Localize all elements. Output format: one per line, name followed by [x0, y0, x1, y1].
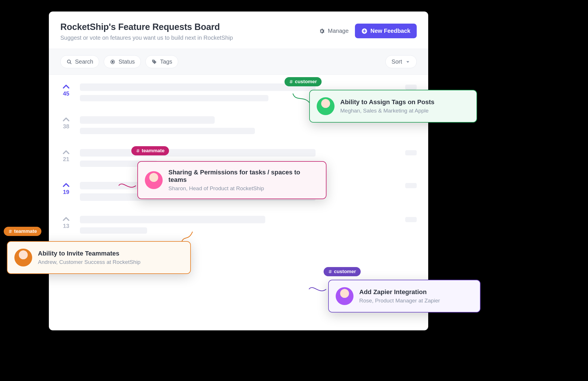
- callout-subtitle: Andrew, Customer Success at RocketShip: [38, 259, 141, 265]
- sort-button[interactable]: Sort: [385, 55, 417, 68]
- avatar: [14, 249, 32, 266]
- new-feedback-label: New Feedback: [370, 28, 410, 34]
- placeholder-chip: [405, 183, 417, 188]
- tag-label: teammate: [14, 228, 37, 234]
- tag-label: teammate: [142, 148, 164, 154]
- tag-label: customer: [295, 79, 317, 85]
- svg-point-3: [112, 61, 114, 62]
- vote-count: 13: [63, 223, 69, 229]
- tag-badge-teammate: teammate: [4, 227, 41, 236]
- vote-count: 19: [63, 189, 69, 195]
- callout-card: Add Zapier Integration Rose, Product Man…: [328, 280, 481, 313]
- sort-label: Sort: [391, 58, 402, 65]
- callout-card: Ability to Invite Teammates Andrew, Cust…: [7, 241, 191, 274]
- upvote-button[interactable]: 38: [60, 116, 72, 130]
- placeholder-title: [80, 216, 265, 223]
- placeholder-title: [80, 116, 215, 124]
- vote-count: 21: [63, 156, 69, 163]
- panel-header: RocketShip's Feature Requests Board Sugg…: [49, 12, 428, 49]
- chevron-up-icon: [62, 83, 70, 90]
- upvote-button[interactable]: 21: [60, 149, 72, 163]
- placeholder-line: [80, 128, 255, 134]
- callout-title: Add Zapier Integration: [359, 288, 440, 296]
- chevron-up-icon: [62, 116, 70, 123]
- placeholder-title: [80, 83, 316, 91]
- chevron-up-icon: [62, 149, 70, 155]
- placeholder-title: [80, 149, 316, 157]
- hash-icon: [136, 149, 140, 153]
- target-icon: [110, 59, 116, 65]
- callout-subtitle: Rose, Product Manager at Zapier: [359, 298, 440, 304]
- vote-count: 45: [63, 90, 69, 97]
- search-icon: [66, 59, 72, 65]
- search-filter[interactable]: Search: [60, 55, 99, 68]
- callout-title: Sharing & Permissions for tasks / spaces…: [168, 169, 318, 184]
- tag-icon: [151, 59, 157, 65]
- tag-badge-teammate: teammate: [131, 146, 169, 155]
- vote-count: 38: [63, 123, 69, 130]
- avatar: [317, 97, 335, 115]
- hash-icon: [328, 270, 332, 274]
- status-filter[interactable]: Status: [104, 55, 141, 68]
- filter-bar: Search Status Tags Sort: [49, 49, 428, 75]
- upvote-button[interactable]: 19: [60, 182, 72, 195]
- search-label: Search: [75, 58, 93, 65]
- tag-badge-customer: customer: [285, 77, 322, 86]
- upvote-button[interactable]: 45: [60, 83, 72, 97]
- avatar: [145, 171, 163, 189]
- chevron-down-icon: [405, 59, 411, 65]
- svg-point-4: [153, 60, 154, 61]
- hash-icon: [289, 80, 293, 84]
- feedback-row: 13: [60, 216, 417, 234]
- page-title: RocketShip's Feature Requests Board: [60, 22, 233, 32]
- callout-card: Ability to Assign Tags on Posts Meghan, …: [309, 90, 477, 123]
- chevron-up-icon: [62, 182, 70, 188]
- plus-circle-icon: [361, 28, 368, 34]
- tag-badge-customer: customer: [324, 267, 361, 276]
- placeholder-line: [80, 227, 147, 234]
- placeholder-chip: [405, 217, 417, 222]
- hash-icon: [8, 229, 12, 233]
- status-label: Status: [118, 58, 135, 65]
- callout-subtitle: Meghan, Sales & Marketing at Apple: [340, 108, 435, 114]
- avatar: [336, 287, 353, 305]
- tags-filter[interactable]: Tags: [145, 55, 178, 68]
- tags-label: Tags: [160, 58, 172, 65]
- manage-label: Manage: [328, 28, 349, 34]
- callout-title: Ability to Assign Tags on Posts: [340, 98, 435, 106]
- chevron-up-icon: [62, 216, 70, 222]
- gear-icon: [319, 28, 325, 34]
- page-subtitle: Suggest or vote on fetaures you want us …: [60, 35, 233, 41]
- placeholder-chip: [405, 85, 417, 90]
- callout-subtitle: Sharon, Head of Product at RocketShip: [168, 185, 318, 192]
- new-feedback-button[interactable]: New Feedback: [355, 24, 417, 38]
- placeholder-line: [80, 95, 268, 101]
- manage-button[interactable]: Manage: [319, 28, 349, 34]
- placeholder-chip: [405, 150, 417, 155]
- callout-title: Ability to Invite Teammates: [38, 250, 141, 257]
- upvote-button[interactable]: 13: [60, 216, 72, 229]
- tag-label: customer: [334, 269, 356, 275]
- callout-card: Sharing & Permissions for tasks / spaces…: [137, 161, 326, 199]
